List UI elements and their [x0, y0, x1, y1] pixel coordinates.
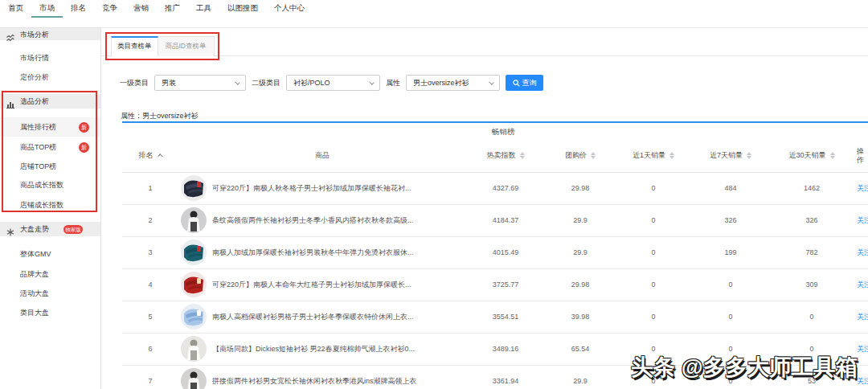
product-image[interactable]	[181, 207, 207, 233]
action-cell: 关注	[854, 301, 868, 333]
column-header-6[interactable]: 近7天销量	[691, 140, 770, 172]
sales-7d-value-cell: 484	[691, 172, 770, 204]
nav-item-7[interactable]: 工具	[188, 0, 219, 18]
nav-item-9[interactable]: 个人中心	[266, 0, 313, 18]
column-header-7[interactable]: 近30天销量	[770, 140, 854, 172]
product-name[interactable]: 【商场同款】Dickies短袖衬衫 男22春夏纯棉帅气潮上衣衬衫0...	[212, 344, 415, 354]
sort-icons[interactable]	[669, 152, 674, 159]
sidebar-group-2[interactable]: 选品分析	[0, 94, 100, 109]
product-image[interactable]	[181, 175, 207, 201]
sidebar-item-2-1[interactable]: 属性排行榜新	[0, 117, 100, 137]
sales-1d-value: 0	[651, 248, 655, 256]
column-header-5[interactable]: 近1天销量	[616, 140, 691, 172]
sales-7d-value: 484	[724, 184, 736, 192]
hot-index-value: 4184.37	[493, 216, 519, 224]
sales-30d-value: 326	[805, 216, 817, 224]
column-header-2: 商品	[178, 140, 466, 172]
exclusive-pill-badge: 独家版	[63, 225, 83, 234]
rank-cell: 5	[122, 301, 178, 333]
filter-select-value: 衬衫/POLO	[293, 76, 330, 90]
sales-7d-value-cell: 199	[691, 236, 770, 268]
nav-item-2[interactable]: 市场	[31, 0, 63, 18]
product-cell-inner: 南极人高档保暖衬衫男格子男士衬衫冬季保暖衣特价休闲上衣...	[178, 304, 466, 330]
column-header-3[interactable]: 热卖指数	[466, 140, 545, 172]
product-name[interactable]: 南极人加绒加厚保暖长袖衬衫男装秋冬中年弹力免烫衬衣服休...	[212, 248, 414, 258]
product-name[interactable]: 可穿220斤】南极人秋冬格子男士衬衫加绒加厚保暖长袖花衬...	[212, 183, 411, 194]
ranking-table: 畅销榜 排名商品热卖指数团购价近1天销量近7天销量近30天销量操作 1可穿220…	[122, 121, 868, 389]
sales-30d-value: 0	[809, 313, 813, 321]
sidebar-item-2-4[interactable]: 商品成长指数	[0, 175, 100, 194]
nav-item-3[interactable]: 排名	[63, 0, 94, 18]
follow-link[interactable]: 关注	[857, 216, 868, 224]
caret-up-icon	[747, 152, 751, 155]
table-row: 4可穿220斤】南极人本命年大红格子男士衬衫加绒加厚保暖长...3725.772…	[122, 268, 868, 301]
column-header-4[interactable]: 团购价	[545, 140, 616, 172]
sort-icons[interactable]	[747, 152, 751, 159]
column-header-inner: 热卖指数	[487, 150, 525, 161]
sales-1d-value: 0	[651, 184, 655, 192]
action-cell: 关注	[854, 204, 868, 236]
column-header-1[interactable]: 排名	[122, 140, 178, 172]
sidebar-item-label: 整体GMV	[20, 250, 51, 258]
group-price-value-cell: 29.9	[545, 365, 616, 389]
caret-up-icon	[520, 152, 525, 155]
sales-1d-value: 0	[651, 280, 655, 289]
product-image[interactable]	[181, 272, 207, 297]
follow-link[interactable]: 关注	[857, 184, 868, 192]
hot-index-value: 3361.94	[493, 377, 519, 385]
sidebar-item-2-3[interactable]: 店铺TOP榜	[0, 157, 100, 176]
filter-select-3[interactable]: 男士oversize衬衫	[406, 75, 500, 91]
tab-2[interactable]: 商品ID查榜单	[158, 36, 215, 56]
tab-1[interactable]: 类目查榜单	[111, 36, 158, 56]
hot-index-value: 4327.69	[493, 184, 519, 192]
table-head: 畅销榜 排名商品热卖指数团购价近1天销量近7天销量近30天销量操作	[122, 122, 868, 172]
sidebar-group-1[interactable]: 市场分析	[0, 28, 100, 40]
product-image[interactable]	[181, 304, 207, 330]
search-button[interactable]: 查询	[506, 75, 543, 91]
sidebar-item-1-1[interactable]: 市场行情	[0, 48, 100, 68]
filter-select-2[interactable]: 衬衫/POLO	[286, 75, 380, 91]
group-price-value-cell: 29.98	[545, 268, 616, 301]
sales-30d-value: 1462	[804, 184, 820, 192]
sales-7d-value-cell: 0	[691, 301, 770, 333]
product-image[interactable]	[181, 368, 207, 389]
product-name[interactable]: 拼接假两件衬衫男女宽松长袖休闲衬衣秋季港风ins潮牌高领上衣	[212, 376, 417, 387]
sidebar-item-label: 品牌大盘	[20, 270, 49, 278]
sort-icons[interactable]	[591, 152, 596, 159]
sidebar-item-2-5[interactable]: 店铺成长指数	[0, 195, 100, 215]
sidebar-item-1-2[interactable]: 定价分析	[0, 68, 100, 87]
product-name[interactable]: 南极人高档保暖衬衫男格子男士衬衫冬季保暖衣特价休闲上衣...	[212, 312, 414, 322]
follow-link[interactable]: 关注	[857, 280, 868, 289]
hot-index-value: 3725.77	[493, 280, 519, 289]
sidebar-item-3-4[interactable]: 类目大盘	[0, 303, 100, 322]
nav-item-5[interactable]: 营销	[125, 0, 157, 18]
tabs: 类目查榜单商品ID查榜单	[111, 36, 215, 56]
product-image[interactable]	[181, 336, 207, 362]
follow-link[interactable]: 关注	[857, 345, 868, 353]
filter-select-1[interactable]: 男装	[154, 75, 246, 91]
sidebar-item-3-2[interactable]: 品牌大盘	[0, 264, 100, 284]
filter-select-value: 男士oversize衬衫	[413, 76, 469, 90]
follow-link[interactable]: 关注	[857, 377, 868, 385]
follow-link[interactable]: 关注	[857, 313, 868, 321]
sidebar-item-3-3[interactable]: 活动大盘	[0, 284, 100, 303]
nav-item-4[interactable]: 竞争	[94, 0, 125, 18]
sort-ascending-icon[interactable]	[158, 154, 162, 159]
sort-icons[interactable]	[520, 152, 525, 159]
product-image[interactable]	[181, 240, 207, 265]
nav-item-1[interactable]: 首页	[0, 0, 31, 18]
follow-link[interactable]: 关注	[857, 248, 868, 256]
table-row: 5南极人高档保暖衬衫男格子男士衬衫冬季保暖衣特价休闲上衣...3554.5139…	[122, 301, 868, 333]
sort-icons[interactable]	[830, 152, 835, 159]
product-name[interactable]: 条纹高领假两件长袖衬衫男士冬季小香风内搭衬衣秋冬款高级...	[212, 215, 414, 226]
nav-item-6[interactable]: 推广	[157, 0, 188, 18]
nav-item-8[interactable]: 以图搜图	[219, 0, 266, 18]
sidebar-item-2-2[interactable]: 商品TOP榜新	[0, 137, 100, 157]
sidebar-group-3[interactable]: 大盘走势独家版	[0, 222, 100, 236]
rank-value: 3	[148, 248, 152, 256]
sales-7d-value: 199	[724, 248, 736, 256]
caret-down-icon	[669, 156, 674, 159]
sidebar-item-3-1[interactable]: 整体GMV	[0, 244, 100, 264]
sales-7d-value: 0	[728, 313, 732, 321]
product-name[interactable]: 可穿220斤】南极人本命年大红格子男士衬衫加绒加厚保暖长...	[212, 280, 411, 290]
